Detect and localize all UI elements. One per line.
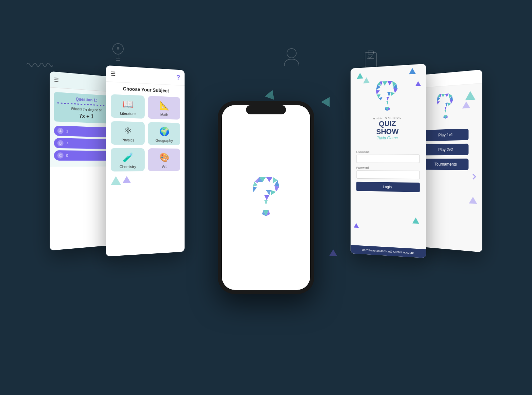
answer-letter-b: B bbox=[58, 140, 64, 146]
svg-marker-55 bbox=[437, 101, 440, 104]
subject-chemistry[interactable]: 🧪 Chemistry bbox=[111, 148, 145, 172]
username-input[interactable] bbox=[356, 155, 420, 163]
svg-marker-43 bbox=[441, 94, 445, 97]
subject-math[interactable]: 📐 Math bbox=[148, 96, 180, 120]
svg-marker-31 bbox=[387, 92, 391, 97]
svg-marker-10 bbox=[266, 177, 273, 182]
subject-name-math: Math bbox=[160, 112, 168, 117]
iphone-screen bbox=[222, 105, 310, 290]
quiz-show-screen: HIGH SCHOOL QUIZSHOW Trivia Game Usernam… bbox=[351, 64, 426, 258]
iphone-notch bbox=[246, 105, 286, 114]
svg-marker-33 bbox=[386, 101, 388, 105]
subject-screen: ☰ ? Choose Your Subject 📖 Literature 📐 M… bbox=[106, 66, 185, 257]
answer-letter-c: C bbox=[58, 152, 64, 159]
waveform-icon bbox=[27, 52, 53, 74]
play-2v2-button[interactable]: Play 2v2 bbox=[424, 144, 468, 156]
equation-display: 7x + 1 bbox=[58, 112, 114, 121]
svg-marker-25 bbox=[382, 81, 387, 86]
svg-marker-14 bbox=[271, 190, 276, 195]
subject-name-geography: Geography bbox=[156, 138, 173, 143]
svg-marker-26 bbox=[387, 81, 392, 85]
quiz-logo: HIGH SCHOOL QUIZSHOW Trivia Game bbox=[351, 64, 426, 146]
subject-name-literature: Literature bbox=[120, 111, 136, 116]
subject-name-chemistry: Chemistry bbox=[120, 165, 136, 169]
deco-tri bbox=[465, 91, 475, 100]
svg-marker-15 bbox=[266, 190, 271, 195]
trivia-subtitle: Trivia Game bbox=[354, 135, 423, 141]
chemistry-icon: 🧪 bbox=[122, 152, 133, 163]
hamburger-icon: ☰ bbox=[54, 76, 59, 83]
svg-marker-30 bbox=[391, 92, 395, 96]
svg-marker-44 bbox=[445, 93, 449, 97]
svg-marker-50 bbox=[445, 107, 447, 110]
geography-icon: 🌍 bbox=[159, 126, 170, 137]
subject-physics[interactable]: ⚛ Physics bbox=[111, 121, 145, 145]
math-icon: 📐 bbox=[159, 100, 170, 111]
subject-grid: 📖 Literature 📐 Math ⚛ Physics 🌍 Geograph… bbox=[106, 94, 185, 176]
svg-marker-16 bbox=[264, 195, 269, 200]
deco-tri bbox=[462, 101, 470, 109]
username-label: Username bbox=[356, 150, 420, 154]
art-icon: 🎨 bbox=[159, 152, 170, 163]
tournaments-button[interactable]: Tournaments bbox=[424, 159, 468, 170]
iphone-qmark bbox=[246, 174, 286, 228]
svg-marker-51 bbox=[445, 110, 446, 113]
svg-marker-39 bbox=[379, 97, 383, 100]
subject-name-art: Art bbox=[162, 165, 167, 169]
subject-art[interactable]: 🎨 Art bbox=[148, 148, 180, 171]
answer-value-c: 0 bbox=[66, 154, 68, 158]
password-input[interactable] bbox=[356, 171, 420, 180]
question-text: What is the degree of bbox=[58, 106, 114, 113]
answer-value-b: 7 bbox=[66, 141, 68, 145]
center-phone bbox=[218, 101, 314, 294]
login-form: Username Password Login bbox=[351, 145, 426, 198]
play-1v1-button[interactable]: Play 1v1 bbox=[424, 129, 468, 141]
main-scene: ☰ ? Question 1: What is the degree of 7x… bbox=[50, 48, 482, 347]
password-label: Password bbox=[356, 166, 420, 170]
literature-icon: 📖 bbox=[122, 99, 133, 110]
help-icon-2: ? bbox=[177, 73, 181, 81]
svg-marker-32 bbox=[386, 97, 389, 101]
create-account-link[interactable]: Don't have an account? Create account bbox=[351, 245, 426, 258]
svg-marker-49 bbox=[445, 103, 448, 107]
hamburger-icon-2: ☰ bbox=[111, 70, 115, 77]
svg-marker-17 bbox=[264, 200, 268, 205]
deco-tri bbox=[111, 176, 121, 185]
deco-tri bbox=[354, 223, 359, 228]
question-title: Question 1: bbox=[58, 95, 114, 103]
deco-tri bbox=[123, 176, 131, 183]
subject-literature[interactable]: 📖 Literature bbox=[111, 94, 145, 118]
answer-letter-a: A bbox=[58, 128, 64, 134]
svg-marker-37 bbox=[376, 90, 380, 94]
subject-geography[interactable]: 🌍 Geography bbox=[148, 122, 180, 145]
subject-name-physics: Physics bbox=[121, 138, 134, 142]
answer-value-a: 1 bbox=[66, 129, 68, 133]
deco-tri bbox=[469, 197, 477, 203]
quiz-content: HIGH SCHOOL QUIZSHOW Trivia Game Usernam… bbox=[351, 64, 426, 258]
iphone-device bbox=[218, 101, 314, 294]
physics-icon: ⚛ bbox=[124, 125, 132, 136]
svg-marker-38 bbox=[377, 94, 381, 98]
deco-tri bbox=[412, 217, 419, 224]
login-button[interactable]: Login bbox=[356, 182, 420, 192]
svg-marker-48 bbox=[448, 102, 451, 106]
quiz-title: QUIZSHOW bbox=[354, 119, 423, 136]
svg-marker-21 bbox=[253, 187, 257, 192]
arrow-right-icon bbox=[470, 174, 476, 180]
